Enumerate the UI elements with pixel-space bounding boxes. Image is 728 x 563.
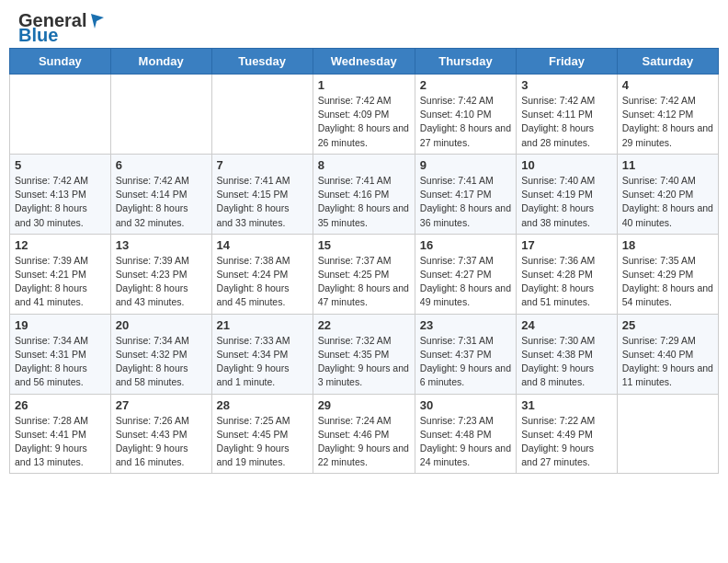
day-cell: 7Sunrise: 7:41 AM Sunset: 4:15 PM Daylig… [211, 154, 313, 234]
weekday-header-row: SundayMondayTuesdayWednesdayThursdayFrid… [10, 49, 719, 75]
week-row-5: 26Sunrise: 7:28 AM Sunset: 4:41 PM Dayli… [10, 394, 719, 474]
week-row-1: 1Sunrise: 7:42 AM Sunset: 4:09 PM Daylig… [10, 75, 719, 155]
day-number: 19 [15, 318, 106, 332]
day-cell: 23Sunrise: 7:31 AM Sunset: 4:37 PM Dayli… [415, 314, 516, 394]
calendar-wrapper: SundayMondayTuesdayWednesdayThursdayFrid… [0, 48, 728, 483]
day-info: Sunrise: 7:42 AM Sunset: 4:14 PM Dayligh… [116, 174, 207, 230]
logo-bird-icon [87, 12, 104, 29]
day-info: Sunrise: 7:35 AM Sunset: 4:29 PM Dayligh… [622, 254, 713, 310]
day-info: Sunrise: 7:34 AM Sunset: 4:32 PM Dayligh… [116, 334, 207, 390]
day-number: 26 [15, 398, 106, 412]
day-info: Sunrise: 7:22 AM Sunset: 4:49 PM Dayligh… [521, 414, 612, 470]
day-info: Sunrise: 7:33 AM Sunset: 4:34 PM Dayligh… [217, 334, 308, 390]
day-cell: 11Sunrise: 7:40 AM Sunset: 4:20 PM Dayli… [617, 154, 718, 234]
calendar-body: 1Sunrise: 7:42 AM Sunset: 4:09 PM Daylig… [10, 75, 719, 474]
day-number: 28 [217, 398, 308, 412]
day-cell: 29Sunrise: 7:24 AM Sunset: 4:46 PM Dayli… [313, 394, 415, 474]
day-cell: 25Sunrise: 7:29 AM Sunset: 4:40 PM Dayli… [617, 314, 718, 394]
day-number: 14 [217, 238, 308, 252]
week-row-4: 19Sunrise: 7:34 AM Sunset: 4:31 PM Dayli… [10, 314, 719, 394]
day-cell: 22Sunrise: 7:32 AM Sunset: 4:35 PM Dayli… [313, 314, 415, 394]
day-info: Sunrise: 7:30 AM Sunset: 4:38 PM Dayligh… [521, 334, 612, 390]
day-info: Sunrise: 7:25 AM Sunset: 4:45 PM Dayligh… [217, 414, 308, 470]
day-number: 16 [420, 238, 511, 252]
day-info: Sunrise: 7:24 AM Sunset: 4:46 PM Dayligh… [318, 414, 410, 470]
day-cell: 28Sunrise: 7:25 AM Sunset: 4:45 PM Dayli… [211, 394, 313, 474]
day-cell: 19Sunrise: 7:34 AM Sunset: 4:31 PM Dayli… [10, 314, 111, 394]
day-cell: 10Sunrise: 7:40 AM Sunset: 4:19 PM Dayli… [517, 154, 618, 234]
weekday-wednesday: Wednesday [313, 49, 415, 75]
day-number: 25 [622, 318, 713, 332]
day-cell: 21Sunrise: 7:33 AM Sunset: 4:34 PM Dayli… [211, 314, 313, 394]
day-info: Sunrise: 7:40 AM Sunset: 4:19 PM Dayligh… [521, 174, 612, 230]
day-number: 5 [15, 158, 106, 172]
day-info: Sunrise: 7:28 AM Sunset: 4:41 PM Dayligh… [15, 414, 106, 470]
day-cell [110, 75, 211, 155]
day-number: 13 [116, 238, 207, 252]
day-info: Sunrise: 7:32 AM Sunset: 4:35 PM Dayligh… [318, 334, 410, 390]
day-cell: 3Sunrise: 7:42 AM Sunset: 4:11 PM Daylig… [517, 75, 618, 155]
day-cell [617, 394, 718, 474]
day-info: Sunrise: 7:41 AM Sunset: 4:17 PM Dayligh… [420, 174, 511, 230]
day-info: Sunrise: 7:23 AM Sunset: 4:48 PM Dayligh… [420, 414, 511, 470]
day-info: Sunrise: 7:41 AM Sunset: 4:16 PM Dayligh… [318, 174, 410, 230]
day-info: Sunrise: 7:37 AM Sunset: 4:25 PM Dayligh… [318, 254, 410, 310]
calendar-table: SundayMondayTuesdayWednesdayThursdayFrid… [9, 48, 719, 474]
day-cell: 26Sunrise: 7:28 AM Sunset: 4:41 PM Dayli… [10, 394, 111, 474]
day-number: 18 [622, 238, 713, 252]
day-cell: 14Sunrise: 7:38 AM Sunset: 4:24 PM Dayli… [211, 234, 313, 314]
day-number: 4 [622, 78, 713, 92]
day-info: Sunrise: 7:31 AM Sunset: 4:37 PM Dayligh… [420, 334, 511, 390]
day-number: 1 [318, 78, 410, 92]
day-info: Sunrise: 7:26 AM Sunset: 4:43 PM Dayligh… [116, 414, 207, 470]
day-cell: 18Sunrise: 7:35 AM Sunset: 4:29 PM Dayli… [617, 234, 718, 314]
day-info: Sunrise: 7:38 AM Sunset: 4:24 PM Dayligh… [217, 254, 308, 310]
day-number: 20 [116, 318, 207, 332]
logo-blue-text: Blue [18, 26, 58, 44]
day-number: 17 [521, 238, 612, 252]
header: General Blue [0, 0, 728, 48]
day-info: Sunrise: 7:36 AM Sunset: 4:28 PM Dayligh… [521, 254, 612, 310]
day-number: 27 [116, 398, 207, 412]
day-number: 12 [15, 238, 106, 252]
day-cell: 16Sunrise: 7:37 AM Sunset: 4:27 PM Dayli… [415, 234, 516, 314]
day-info: Sunrise: 7:29 AM Sunset: 4:40 PM Dayligh… [622, 334, 713, 390]
day-number: 29 [318, 398, 410, 412]
day-info: Sunrise: 7:42 AM Sunset: 4:09 PM Dayligh… [318, 94, 410, 150]
day-cell: 15Sunrise: 7:37 AM Sunset: 4:25 PM Dayli… [313, 234, 415, 314]
day-number: 9 [420, 158, 511, 172]
day-info: Sunrise: 7:37 AM Sunset: 4:27 PM Dayligh… [420, 254, 511, 310]
day-cell: 17Sunrise: 7:36 AM Sunset: 4:28 PM Dayli… [517, 234, 618, 314]
day-info: Sunrise: 7:39 AM Sunset: 4:23 PM Dayligh… [116, 254, 207, 310]
day-info: Sunrise: 7:42 AM Sunset: 4:13 PM Dayligh… [15, 174, 106, 230]
day-number: 15 [318, 238, 410, 252]
day-cell: 27Sunrise: 7:26 AM Sunset: 4:43 PM Dayli… [110, 394, 211, 474]
logo: General Blue [18, 11, 104, 44]
day-number: 10 [521, 158, 612, 172]
day-cell: 2Sunrise: 7:42 AM Sunset: 4:10 PM Daylig… [415, 75, 516, 155]
day-cell: 31Sunrise: 7:22 AM Sunset: 4:49 PM Dayli… [517, 394, 618, 474]
day-number: 7 [217, 158, 308, 172]
day-number: 30 [420, 398, 511, 412]
day-cell [211, 75, 313, 155]
day-number: 11 [622, 158, 713, 172]
week-row-2: 5Sunrise: 7:42 AM Sunset: 4:13 PM Daylig… [10, 154, 719, 234]
day-cell [10, 75, 111, 155]
day-cell: 12Sunrise: 7:39 AM Sunset: 4:21 PM Dayli… [10, 234, 111, 314]
weekday-friday: Friday [517, 49, 618, 75]
day-cell: 6Sunrise: 7:42 AM Sunset: 4:14 PM Daylig… [110, 154, 211, 234]
weekday-sunday: Sunday [10, 49, 111, 75]
svg-marker-0 [91, 14, 104, 29]
day-cell: 20Sunrise: 7:34 AM Sunset: 4:32 PM Dayli… [110, 314, 211, 394]
day-number: 2 [420, 78, 511, 92]
day-cell: 13Sunrise: 7:39 AM Sunset: 4:23 PM Dayli… [110, 234, 211, 314]
weekday-tuesday: Tuesday [211, 49, 313, 75]
day-info: Sunrise: 7:40 AM Sunset: 4:20 PM Dayligh… [622, 174, 713, 230]
day-info: Sunrise: 7:41 AM Sunset: 4:15 PM Dayligh… [217, 174, 308, 230]
day-cell: 9Sunrise: 7:41 AM Sunset: 4:17 PM Daylig… [415, 154, 516, 234]
day-number: 24 [521, 318, 612, 332]
weekday-thursday: Thursday [415, 49, 516, 75]
weekday-monday: Monday [110, 49, 211, 75]
day-cell: 24Sunrise: 7:30 AM Sunset: 4:38 PM Dayli… [517, 314, 618, 394]
day-number: 23 [420, 318, 511, 332]
